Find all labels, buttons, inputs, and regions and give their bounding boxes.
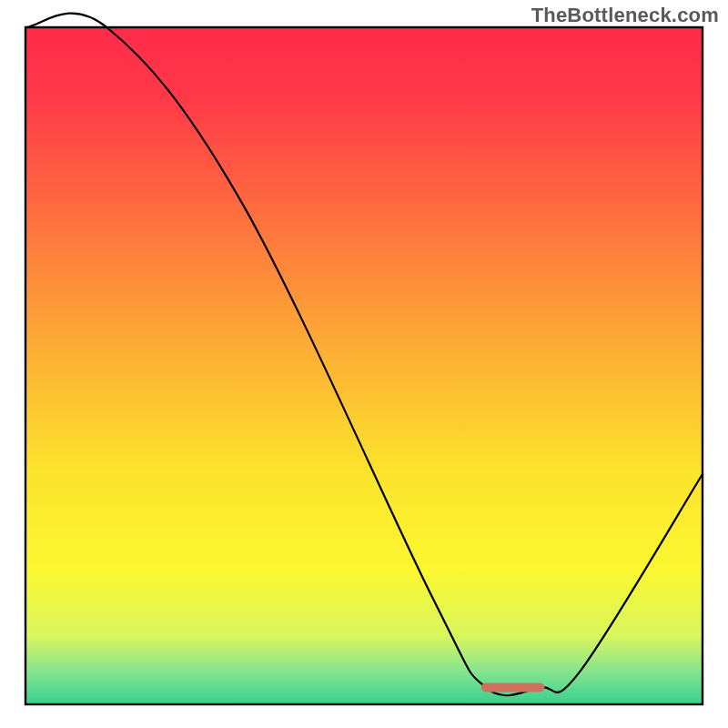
chart-svg bbox=[0, 0, 728, 728]
watermark-text: TheBottleneck.com bbox=[531, 4, 719, 27]
plot-background bbox=[25, 27, 703, 704]
